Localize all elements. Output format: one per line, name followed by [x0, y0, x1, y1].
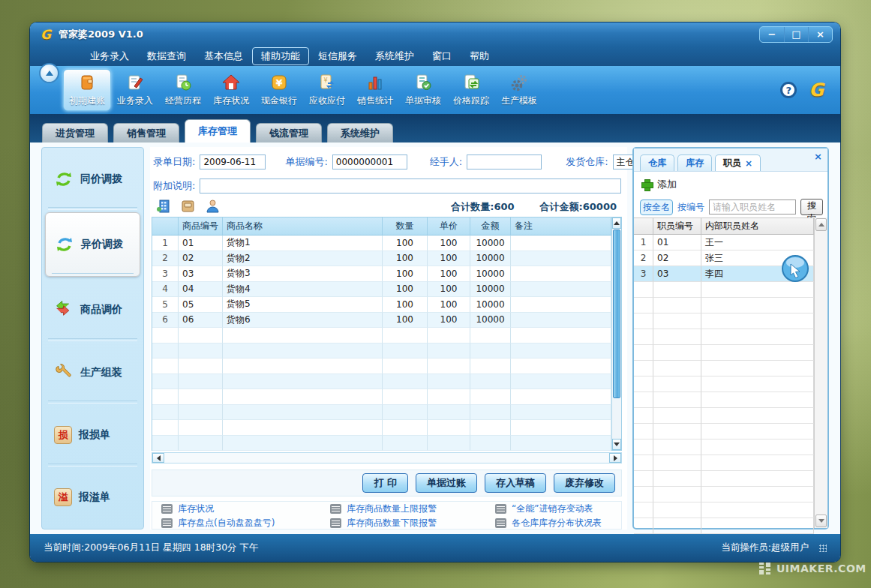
staff-row-empty[interactable] — [634, 314, 814, 329]
scroll-down-icon[interactable] — [815, 514, 827, 527]
picker-tab-warehouse[interactable]: 仓库 — [640, 154, 674, 171]
scroll-down-icon[interactable] — [612, 439, 621, 450]
toolbar-item-production-template[interactable]: 生产模板 — [495, 69, 543, 111]
tab-sales-mgmt[interactable]: 销售管理 — [113, 123, 179, 142]
save-draft-button[interactable]: 存入草稿 — [485, 473, 546, 493]
tab-cashflow-mgmt[interactable]: 钱流管理 — [256, 123, 322, 142]
staff-row-empty[interactable] — [634, 424, 814, 440]
scroll-up-icon[interactable] — [815, 218, 827, 231]
tab-close-icon[interactable]: × — [745, 158, 752, 169]
staff-row-empty[interactable] — [634, 345, 814, 361]
staff-row-empty[interactable] — [634, 408, 814, 424]
link-upper-limit-alert[interactable]: 库存商品数量上限报警 — [330, 502, 495, 515]
tab-inventory-mgmt[interactable]: 库存管理 — [185, 119, 251, 142]
staff-row-empty[interactable] — [634, 361, 814, 376]
staff-row-empty[interactable] — [634, 376, 814, 392]
note-input[interactable] — [200, 178, 621, 194]
sidebar-item-overflow-report[interactable]: 溢 报溢单 — [42, 466, 143, 529]
link-inventory-status[interactable]: 库存状况 — [161, 502, 330, 515]
table-row-empty[interactable] — [152, 405, 611, 421]
scrollbar-thumb[interactable] — [613, 230, 620, 398]
sidebar-item-price-adjust[interactable]: 商品调价 — [42, 279, 143, 341]
toolbar-item-document-audit[interactable]: 单据审核 — [399, 69, 447, 111]
close-icon[interactable]: × — [808, 27, 832, 42]
link-warehouse-distribution[interactable]: 各仓库库存分布状况表 — [495, 517, 632, 530]
sidebar-item-diff-price-transfer[interactable]: 异价调拨 — [45, 212, 140, 276]
staff-row-empty[interactable] — [634, 282, 814, 298]
menu-item-aux-functions[interactable]: 辅助功能 — [252, 47, 309, 65]
staff-row-empty[interactable] — [634, 440, 814, 455]
tab-purchase-mgmt[interactable]: 进货管理 — [42, 123, 108, 142]
menu-item-sms-service[interactable]: 短信服务 — [309, 47, 366, 65]
table-row-empty[interactable] — [152, 344, 611, 359]
staff-row-empty[interactable] — [634, 518, 814, 534]
sidebar-item-same-price-transfer[interactable]: 同价调拨 — [42, 148, 143, 210]
link-allround-change-report[interactable]: “全能”进销存变动表 — [495, 502, 632, 515]
staff-scrollbar[interactable] — [814, 218, 827, 528]
toolbar-item-price-tracking[interactable]: 价格跟踪 — [447, 69, 495, 111]
table-row-empty[interactable] — [152, 358, 611, 374]
warehouse-picker-icon[interactable] — [156, 199, 170, 216]
table-row[interactable]: 505货物510010010000 — [152, 297, 611, 313]
handler-input[interactable] — [467, 154, 542, 170]
menu-item-basic-info[interactable]: 基本信息 — [195, 47, 252, 65]
staff-row-empty[interactable] — [634, 455, 814, 471]
toolbar-item-receivable-payable[interactable]: ¥ 应收应付 — [303, 69, 351, 111]
menu-item-system-maintenance[interactable]: 系统维护 — [366, 47, 423, 65]
staff-row-empty[interactable] — [634, 471, 814, 487]
print-button[interactable]: 打 印 — [362, 473, 408, 493]
table-row-empty[interactable] — [152, 328, 611, 344]
filter-by-code[interactable]: 按编号 — [677, 201, 704, 214]
minimize-icon[interactable]: − — [760, 27, 784, 42]
panel-close-icon[interactable]: × — [814, 151, 822, 162]
tab-system-maintenance[interactable]: 系统维护 — [327, 123, 393, 142]
discard-changes-button[interactable]: 废弃修改 — [554, 473, 615, 493]
menu-item-business-entry[interactable]: 业务录入 — [81, 47, 138, 65]
goods-picker-icon[interactable] — [181, 199, 195, 216]
picker-tab-inventory[interactable]: 库存 — [677, 154, 712, 171]
collapse-toolbar-button[interactable] — [39, 63, 59, 83]
staff-row-empty[interactable] — [634, 392, 814, 408]
menu-item-window[interactable]: 窗口 — [423, 47, 461, 65]
table-row-empty[interactable] — [152, 374, 611, 390]
table-row[interactable]: 101货物110010010000 — [152, 236, 611, 251]
table-row[interactable]: 606货物610010010000 — [152, 313, 611, 328]
link-lower-limit-alert[interactable]: 库存商品数量下限报警 — [330, 517, 495, 530]
add-row[interactable]: 添加 — [634, 172, 827, 197]
toolbar-item-initial-setup[interactable]: 初期建账 — [63, 69, 111, 111]
toolbar-item-sales-statistics[interactable]: 销售统计 — [351, 69, 399, 111]
date-input[interactable] — [200, 154, 266, 170]
menu-item-help[interactable]: 帮助 — [461, 47, 498, 65]
scroll-left-icon[interactable] — [152, 453, 164, 463]
scroll-up-icon[interactable] — [612, 218, 621, 229]
vertical-scrollbar[interactable] — [611, 218, 621, 450]
picker-tab-staff[interactable]: 职员× — [715, 154, 761, 171]
help-icon[interactable]: ? — [780, 82, 797, 98]
table-row[interactable]: 404货物410010010000 — [152, 282, 611, 298]
search-button[interactable]: 搜索 — [800, 199, 823, 215]
staff-row-empty[interactable] — [634, 502, 814, 518]
staff-search-input[interactable] — [709, 200, 796, 214]
maximize-icon[interactable]: □ — [784, 27, 808, 42]
doc-no-input[interactable] — [332, 154, 407, 170]
toolbar-item-cash-bank[interactable]: ¥ 现金银行 — [255, 69, 303, 111]
post-document-button[interactable]: 单据过账 — [416, 473, 477, 493]
staff-row[interactable]: 101王一 — [634, 235, 814, 250]
table-row-empty[interactable] — [152, 436, 611, 452]
toolbar-item-business-history[interactable]: 经营历程 — [159, 69, 207, 111]
sidebar-item-production-assembly[interactable]: 生产组装 — [42, 341, 143, 404]
staff-row-empty[interactable] — [634, 298, 814, 314]
table-row-empty[interactable] — [152, 389, 611, 405]
resize-grip[interactable] — [819, 544, 827, 552]
toolbar-item-inventory-status[interactable]: 库存状况 — [207, 69, 255, 111]
table-row-empty[interactable] — [152, 420, 611, 436]
table-row[interactable]: 303货物310010010000 — [152, 266, 611, 282]
filter-by-fullname[interactable]: 按全名 — [640, 200, 673, 215]
toolbar-item-business-entry[interactable]: 业务录入 — [111, 69, 159, 111]
menu-item-data-query[interactable]: 数据查询 — [138, 47, 195, 65]
scroll-right-icon[interactable] — [609, 453, 621, 463]
staff-picker-icon[interactable] — [206, 199, 220, 216]
table-row[interactable]: 202货物210010010000 — [152, 251, 611, 267]
staff-row-empty[interactable] — [634, 329, 814, 345]
link-stocktaking[interactable]: 库存盘点(自动盘盈盘亏) — [161, 517, 330, 530]
